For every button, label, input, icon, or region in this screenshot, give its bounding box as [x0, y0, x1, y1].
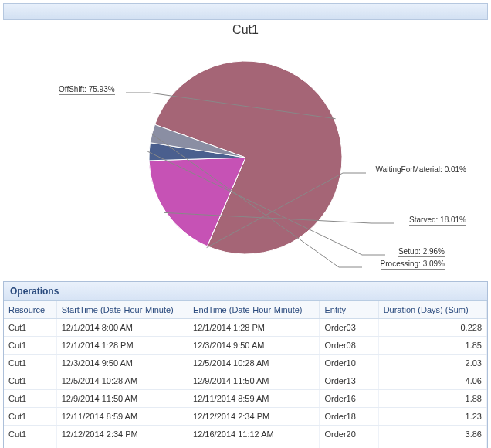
table-row[interactable]: Cut112/1/2014 8:00 AM12/1/2014 1:28 PMOr…: [4, 319, 487, 337]
cell-entity: Order22: [320, 443, 378, 449]
operations-table: Resource StartTime (Date-Hour-Minute) En…: [4, 301, 487, 448]
cell-resource: Cut1: [4, 443, 56, 449]
cell-duration: 2.03: [378, 355, 486, 372]
cell-resource: Cut1: [4, 408, 56, 426]
cell-end: 12/16/2014 11:12 AM: [188, 426, 320, 443]
table-row[interactable]: Cut112/11/2014 8:59 AM12/12/2014 2:34 PM…: [4, 408, 487, 426]
pie-label-waiting: WaitingForMaterial: 0.01%: [376, 165, 466, 175]
chart-area: Cut1 OffShift: 75.93% WaitingForMaterial…: [3, 23, 488, 273]
cell-duration: 1.95: [378, 443, 486, 449]
cell-end: 12/12/2014 2:34 PM: [188, 408, 320, 426]
col-entity[interactable]: Entity: [320, 301, 378, 319]
cell-start: 12/16/2014 11:12 AM: [56, 443, 188, 449]
cell-start: 12/5/2014 10:28 AM: [56, 372, 188, 390]
col-duration[interactable]: Duration (Days) (Sum): [378, 301, 486, 319]
table-row[interactable]: Cut112/9/2014 11:50 AM12/11/2014 8:59 AM…: [4, 390, 487, 408]
cell-start: 12/11/2014 8:59 AM: [56, 408, 188, 426]
cell-entity: Order10: [320, 355, 378, 372]
cell-duration: 0.228: [378, 319, 486, 337]
table-row[interactable]: Cut112/12/2014 2:34 PM12/16/2014 11:12 A…: [4, 426, 487, 443]
cell-end: 12/1/2014 1:28 PM: [188, 319, 320, 337]
cell-entity: Order20: [320, 426, 378, 443]
cell-start: 12/1/2014 1:28 PM: [56, 337, 188, 355]
cell-start: 12/1/2014 8:00 AM: [56, 319, 188, 337]
table-header-row: Resource StartTime (Date-Hour-Minute) En…: [4, 301, 487, 319]
cell-resource: Cut1: [4, 372, 56, 390]
cell-entity: Order08: [320, 337, 378, 355]
cell-entity: Order18: [320, 408, 378, 426]
cell-end: 12/9/2014 11:50 AM: [188, 372, 320, 390]
col-start[interactable]: StartTime (Date-Hour-Minute): [56, 301, 188, 319]
cell-end: 12/11/2014 8:59 AM: [188, 390, 320, 408]
cell-entity: Order13: [320, 372, 378, 390]
cell-entity: Order16: [320, 390, 378, 408]
col-end[interactable]: EndTime (Date-Hour-Minute): [188, 301, 320, 319]
cell-start: 12/9/2014 11:50 AM: [56, 390, 188, 408]
cell-resource: Cut1: [4, 355, 56, 372]
pie-chart: OffShift: 75.93% WaitingForMaterial: 0.0…: [3, 42, 488, 273]
operations-panel: Operations Resource StartTime (Date-Hour…: [3, 281, 488, 448]
cell-resource: Cut1: [4, 426, 56, 443]
cell-entity: Order03: [320, 319, 378, 337]
cell-duration: 1.23: [378, 408, 486, 426]
table-row[interactable]: Cut112/1/2014 1:28 PM12/3/2014 9:50 AMOr…: [4, 337, 487, 355]
cell-duration: 4.06: [378, 372, 486, 390]
pie-label-processing: Processing: 3.09%: [381, 260, 445, 270]
table-row[interactable]: Cut112/16/2014 11:12 AM12/18/2014 10:02 …: [4, 443, 487, 449]
cell-resource: Cut1: [4, 337, 56, 355]
pie-label-starved: Starved: 18.01%: [409, 216, 466, 226]
cell-duration: 1.88: [378, 390, 486, 408]
cell-start: 12/12/2014 2:34 PM: [56, 426, 188, 443]
cell-end: 12/3/2014 9:50 AM: [188, 337, 320, 355]
cell-start: 12/3/2014 9:50 AM: [56, 355, 188, 372]
cell-duration: 1.85: [378, 337, 486, 355]
col-resource[interactable]: Resource: [4, 301, 56, 319]
cell-resource: Cut1: [4, 319, 56, 337]
toolbar: [3, 3, 488, 20]
pie-label-setup: Setup: 2.96%: [398, 247, 445, 257]
operations-header: Operations: [4, 282, 487, 301]
cell-duration: 3.86: [378, 426, 486, 443]
pie-label-offshift: OffShift: 75.93%: [59, 85, 115, 95]
cell-end: 12/5/2014 10:28 AM: [188, 355, 320, 372]
table-row[interactable]: Cut112/3/2014 9:50 AM12/5/2014 10:28 AMO…: [4, 355, 487, 372]
cell-end: 12/18/2014 10:02 AM: [188, 443, 320, 449]
chart-title: Cut1: [3, 23, 488, 37]
cell-resource: Cut1: [4, 390, 56, 408]
table-row[interactable]: Cut112/5/2014 10:28 AM12/9/2014 11:50 AM…: [4, 372, 487, 390]
